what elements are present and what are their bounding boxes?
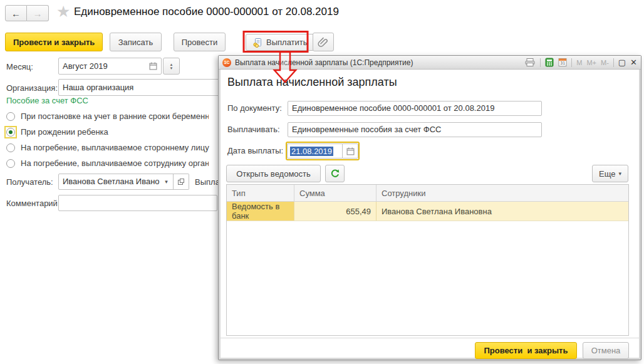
pay-date-input[interactable]: 21.08.2019 (286, 142, 360, 160)
clipped-field-label: Выпла (195, 177, 218, 187)
organization-input[interactable]: Наша организация (58, 79, 223, 96)
table-row[interactable]: Ведомость в банк 655,49 Иванова Светлана… (227, 202, 628, 221)
pay-button-label: Выплатить (266, 38, 308, 47)
1c-logo-icon: 1С (222, 58, 231, 67)
recipient-input[interactable]: Иванова Светлана Ивано (58, 174, 160, 190)
footer-divider (221, 338, 639, 338)
chevron-down-icon: ▾ (618, 170, 621, 177)
back-icon: ← (11, 8, 21, 19)
post-and-close-button[interactable]: Провести и закрыть (5, 33, 103, 51)
titlebar-separator (540, 58, 541, 67)
cell-amount[interactable]: 655,49 (294, 202, 377, 221)
month-input[interactable]: Август 2019 (58, 58, 162, 75)
pay-date-value: 21.08.2019 (290, 147, 333, 156)
dialog-heading: Выплата начисленной зарплаты (227, 76, 397, 89)
payment-dialog: 1С Выплата начисленной зарплаты (1С:Пред… (218, 55, 641, 360)
more-button-label: Еще (599, 169, 615, 179)
radio-option-funeral-third-party[interactable]: На погребение, выплачиваемое стороннему … (6, 143, 209, 152)
paperclip-icon (317, 36, 330, 48)
dialog-titlebar[interactable]: 1С Выплата начисленной зарплаты (1С:Пред… (219, 56, 641, 70)
pay-method-label: Выплачивать: (227, 125, 280, 134)
comment-input[interactable] (58, 195, 217, 211)
cell-employees[interactable]: Иванова Светлана Ивановна (377, 202, 628, 221)
dialog-post-and-close-button[interactable]: Провести и закрыть (475, 342, 577, 359)
column-header-employees[interactable]: Сотрудники (377, 185, 628, 201)
memory-mminus-button[interactable]: M- (601, 59, 609, 66)
dialog-cancel-button[interactable]: Отмена (583, 342, 629, 359)
recipient-dropdown-button[interactable]: ▾ (160, 174, 174, 190)
open-form-icon (177, 178, 185, 185)
refresh-button[interactable] (325, 165, 345, 182)
month-label: Месяц: (6, 62, 33, 71)
favorite-star-icon[interactable]: ★ (56, 3, 70, 21)
forward-button[interactable]: → (27, 5, 49, 21)
page-title: Единовременное пособие 0000-000001 от 20… (74, 6, 339, 18)
radio-circle-selected[interactable] (6, 128, 15, 137)
chevron-down-icon: ▾ (165, 179, 168, 185)
forward-icon: → (33, 8, 43, 19)
memory-mplus-button[interactable]: M+ (586, 59, 596, 66)
nav-buttons: ← → (5, 5, 49, 21)
calculator-icon[interactable] (545, 58, 554, 67)
titlebar-separator (613, 58, 614, 67)
radio-focus-ring (4, 126, 17, 138)
more-button[interactable]: Еще ▾ (592, 165, 628, 182)
attachments-button[interactable] (313, 33, 334, 51)
radio-option-funeral-employee[interactable]: На погребение, выплачиваемое сотруднику … (6, 159, 209, 168)
radio-option-pregnancy[interactable]: При постановке на учет в ранние сроки бе… (6, 112, 209, 121)
pay-method-input[interactable]: Единовременные пособия за счет ФСС (288, 122, 542, 137)
radio-option-childbirth[interactable]: При рождении ребенка (6, 127, 108, 137)
write-button[interactable]: Записать (110, 33, 162, 51)
calendar-icon[interactable] (149, 62, 157, 70)
month-spinner[interactable]: ▲ ▼ (163, 58, 180, 75)
refresh-icon (330, 169, 340, 179)
close-icon[interactable]: ✕ (630, 58, 637, 67)
print-icon[interactable] (524, 58, 536, 67)
comment-label: Комментарий: (6, 199, 60, 208)
calendar-icon[interactable] (342, 143, 358, 159)
organization-label: Организация: (6, 83, 58, 93)
radio-label: На погребение, выплачиваемое стороннему … (21, 143, 209, 152)
column-header-type[interactable]: Тип (227, 185, 294, 201)
screen: ← → ★ Единовременное пособие 0000-000001… (0, 0, 644, 364)
maximize-icon[interactable]: ▢ (618, 58, 626, 67)
post-button[interactable]: Провести (174, 33, 226, 51)
recipient-label: Получатель: (6, 177, 53, 187)
column-header-amount[interactable]: Сумма (294, 185, 377, 201)
radio-label: При рождении ребенка (21, 127, 108, 137)
dialog-content: Выплата начисленной зарплаты По документ… (221, 70, 639, 358)
month-value: Август 2019 (63, 61, 149, 71)
cell-type[interactable]: Ведомость в банк (227, 202, 294, 221)
back-button[interactable]: ← (5, 5, 27, 21)
pay-date-label: Дата выплаты: (227, 146, 283, 155)
payments-table: Тип Сумма Сотрудники Ведомость в банк 65… (226, 184, 629, 336)
open-sheet-button[interactable]: Открыть ведомость (226, 165, 321, 182)
radio-label: На погребение, выплачиваемое сотруднику … (21, 159, 209, 168)
pay-button[interactable]: Выплатить (246, 34, 314, 51)
recipient-open-button[interactable] (174, 174, 189, 190)
table-header: Тип Сумма Сотрудники (227, 185, 628, 202)
dialog-title: Выплата начисленной зарплаты (1С:Предпри… (235, 58, 521, 67)
memory-m-button[interactable]: M (576, 59, 582, 66)
radio-circle[interactable] (6, 112, 15, 121)
calendar-day-icon[interactable]: 31 (558, 58, 567, 67)
spinner-down-icon[interactable]: ▼ (170, 66, 174, 70)
benefit-group-label: Пособие за счет ФСС (6, 96, 88, 105)
titlebar-separator (571, 58, 572, 67)
radio-circle[interactable] (6, 143, 15, 152)
radio-circle[interactable] (6, 159, 15, 168)
radio-label: При постановке на учет в ранние сроки бе… (21, 112, 209, 121)
doc-input[interactable]: Единовременное пособие 0000-000001 от 20… (288, 101, 542, 116)
doc-label: По документу: (227, 103, 282, 113)
pay-document-icon (252, 38, 262, 48)
